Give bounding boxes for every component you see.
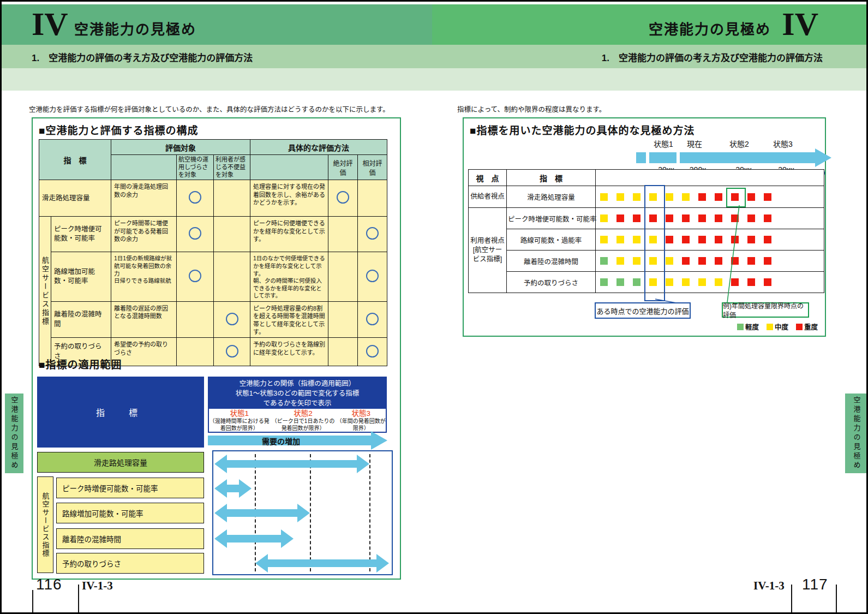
viewpoint-supplier-cell: 供給者視点 [469,186,507,208]
scope-relation-box: 空港能力との関係（指標の適用範囲） 状態1～状態3のどの範囲で変化する指標 であ… [208,377,387,433]
intro-text-right: 指標によって、制約や限界の程度は異なります。 [457,104,606,114]
range-arrow [268,559,376,567]
target-mark-cell [177,252,214,302]
evaluation-mark-cell [358,302,387,338]
severity-square [633,193,640,201]
scope-indicator-label: 離着陸の混雑時間 [56,528,204,549]
col-header-aircraft: 航空機の運用しづらさを対象 [177,155,214,180]
scope-relation-text: 空港能力との関係（指標の適用範囲） 状態1～状態3のどの範囲で変化する指標 であ… [209,378,386,409]
severity-square [600,257,608,265]
severity-square [715,236,722,243]
evaluation-mark-cell [328,338,358,366]
indicator-label-cell: 離着陸の混雑時間 [51,302,111,338]
legend-color-square [737,324,744,330]
severity-square [633,257,640,265]
severity-square-row [597,236,823,243]
severity-square [682,214,690,222]
timeline-state-label: 現在 [687,138,702,149]
target-mark-cell [214,302,250,338]
page-number-left: 116 [36,576,62,593]
severity-square [616,193,624,201]
side-tab-left: 空港能力の見極め [5,394,23,473]
severity-square [747,193,755,201]
legend-item: 中度 [767,321,788,332]
indicator-composition-table: 指 標 評価対象 具体的な評価方法 航空機の運用しづらさを対象 利用者が感じる不… [39,139,387,366]
timeline-state-label: 状態3 [773,138,793,149]
severity-square [616,214,624,222]
severity-square [682,236,690,243]
severity-square [764,257,771,265]
severity-square [764,236,771,243]
side-tab-right: 空港能力の見極め [845,394,868,473]
indicator-label-cell: ピーク時増便可能数・可能率 [51,217,111,252]
service-indicator-group-cell: 航空サービス指標 [39,217,51,366]
target-mark-cell [214,180,250,217]
severity-square [666,278,673,286]
document-canvas: IV 空港能力の見極め 空港能力の見極め IV 1. 空港能力の評価の考え方及び… [0,0,868,614]
scope-indicator-label: 滑走路処理容量 [37,452,204,473]
severity-square [747,236,755,243]
circle-mark [189,270,201,282]
timeline-segment-1 [636,152,646,163]
callout-capacity-limit: 例)年間処理容量限界時点の評価 [722,302,809,318]
col-header-method-spacer [250,155,328,180]
severity-square [698,193,706,201]
composition-table-title: ■空港能力と評価する指標の構成 [39,122,198,137]
matrix-header-timeline [596,170,824,186]
severity-square [698,257,706,265]
state-column: 状態1（混雑時間帯における発着回数が限界） [209,409,270,432]
evaluation-mark-cell [358,338,387,366]
severity-cells [596,251,824,272]
legend-item: 軽度 [737,321,759,332]
legend-item: 重度 [796,321,818,332]
demand-arrow-label: 需要の増加 [262,436,300,446]
severity-square-row [597,278,823,286]
scope-indicator-label: ピーク時増便可能数・可能率 [56,478,204,498]
state-name: 状態2 [270,409,337,418]
severity-square [731,214,739,222]
severity-square [666,214,673,222]
scope-group-label: 航空サービス指標 [37,476,53,573]
callout-point-in-time-label: ある時点での空港能力の評価 [596,306,689,316]
evaluation-mark-cell [328,252,358,302]
doc-code-right: IV-1-3 [753,579,785,593]
relation-line-3: であるかを矢印で表示 [209,399,386,409]
col-header-method: 具体的な評価方法 [250,140,387,155]
circle-mark [337,191,349,204]
indicator-row: 路線増加可能数・可能率1日1便の新規路線が就航可能な発着回数の余力 日帰りできる… [39,252,387,302]
indicator-label-cell: 路線増加可能数・可能率 [51,252,111,302]
timeline-state-label: 状態1 [654,138,673,149]
evaluation-method-cell: ピーク時処理容量の約8割を超える時間帯を混雑時間帯として経年変化として示す。 [250,302,328,338]
header-band-tertiary [2,68,866,91]
matrix-indicator-cell: 予約の取りづらさ [507,272,596,293]
severity-square [764,214,771,222]
circle-mark [366,270,379,282]
severity-square [715,257,722,265]
evaluation-target-cell: 年間の滑走路処理回数の余力 [111,180,177,217]
legend-label: 重度 [804,321,818,332]
severity-square [666,193,673,201]
severity-square [633,236,640,243]
legend-label: 中度 [775,321,788,332]
severity-square [633,214,640,222]
target-mark-cell [214,338,250,366]
legend-color-square [767,324,773,330]
section-title-right: 1. 空港能力の評価の考え方及び空港能力の評価方法 [602,50,823,64]
evaluation-method-cell: 処理容量に対する現在の発着回数を示し、余裕があるかどうかを示す。 [250,180,328,217]
circle-mark [189,191,201,204]
severity-square [616,257,624,265]
state-boundary-line [369,454,370,571]
circle-mark [226,313,238,325]
footer-tick [791,585,792,614]
chapter-roman-left: IV [32,6,68,42]
circle-mark [366,227,379,240]
severity-square [698,278,706,286]
range-arrow [227,535,282,543]
intro-text-left: 空港能力を評価する指標が何を評価対象としているのか、また、具体的な評価方法はどう… [29,104,390,114]
severity-square-row [597,193,823,201]
col-header-relative: 相対評価 [358,155,387,180]
footer-tick [32,590,33,614]
severity-square [600,193,608,201]
target-mark-cell [214,217,250,252]
state-column: 状態2（ピーク日で1日あたりの発着回数が限界） [270,409,337,432]
